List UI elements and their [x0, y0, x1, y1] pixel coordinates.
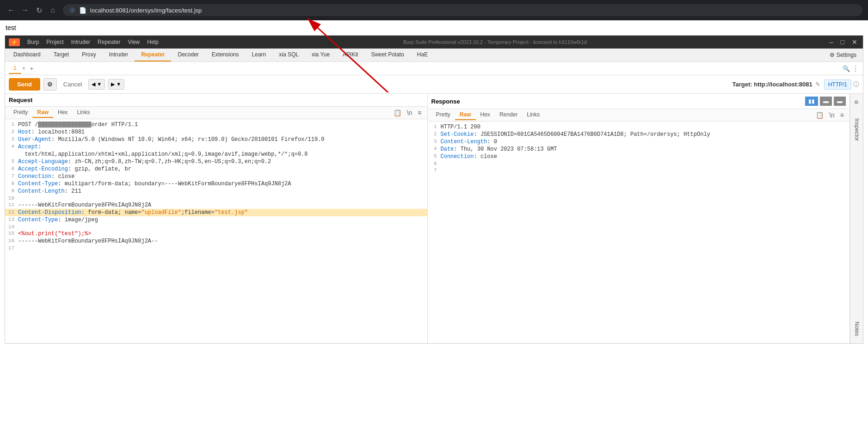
menu-view[interactable]: View: [124, 37, 143, 47]
request-line-7: 7 Connection: close: [5, 173, 427, 180]
burp-window: ⚡ Burp Project Intruder Repeater View He…: [5, 35, 863, 344]
tab-intruder[interactable]: Intruder: [103, 49, 135, 61]
tab-xia-yue[interactable]: xia Yue: [305, 49, 336, 61]
address-bar[interactable]: ☉ 📄 localhost:8081/ordersys/img/faces/te…: [63, 4, 862, 16]
minimize-button[interactable]: –: [828, 38, 835, 46]
response-line-6: 6: [428, 160, 850, 167]
request-line-10: 10: [5, 195, 427, 201]
request-line-8: 8 Content-Type: multipart/form-data; bou…: [5, 180, 427, 188]
response-view-horizontal-btn[interactable]: ▬: [820, 97, 832, 106]
security-icon: ☉: [69, 6, 75, 14]
tab-dashboard[interactable]: Dashboard: [7, 49, 47, 61]
request-line-4b: text/html,application/xhtml+xml,applicat…: [5, 151, 427, 158]
right-sidebar: ⚙ Inspector Notes: [850, 94, 863, 343]
request-view-icons: 📋 \n ≡: [392, 108, 424, 117]
response-tab-hex[interactable]: Hex: [476, 110, 495, 120]
request-tab-pretty[interactable]: Pretty: [9, 108, 32, 118]
tab-learn[interactable]: Learn: [246, 49, 273, 61]
response-code-area[interactable]: 1 HTTP/1.1 200 2 Set-Cookie: JSESSIONID=…: [428, 122, 850, 343]
cancel-button[interactable]: Cancel: [60, 79, 86, 90]
window-controls: – □ ✕: [828, 38, 859, 46]
response-title: Response: [431, 98, 460, 105]
edit-target-icon[interactable]: ✎: [815, 81, 820, 88]
url-display: localhost:8081/ordersys/img/faces/test.j…: [90, 7, 202, 14]
request-line-16: 16 ------WebKitFormBoundarye8FPHsIAq9JN8…: [5, 237, 427, 245]
request-panel: Request Pretty Raw Hex Links 📋 \n ≡ 1: [5, 94, 428, 343]
maximize-button[interactable]: □: [839, 38, 846, 46]
burp-logo: ⚡: [9, 38, 20, 46]
response-sub-tabs: Pretty Raw Hex Render Links 📋 \n ≡: [428, 109, 850, 122]
response-tab-raw[interactable]: Raw: [455, 110, 476, 120]
menu-burp[interactable]: Burp: [24, 37, 43, 47]
send-button[interactable]: Send: [9, 78, 40, 91]
add-tab-button[interactable]: +: [26, 63, 37, 74]
nav-buttons: ← → ↻ ⌂: [6, 5, 58, 16]
response-wrap-icon[interactable]: \n: [827, 110, 837, 120]
response-line-7: 7: [428, 167, 850, 173]
tab-proxy[interactable]: Proxy: [75, 49, 103, 61]
tab-target[interactable]: Target: [47, 49, 75, 61]
tab-hae[interactable]: HaE: [411, 49, 434, 61]
response-menu-icon[interactable]: ≡: [838, 110, 846, 120]
response-view-split-btn[interactable]: ▮▮: [805, 97, 818, 106]
settings-tab[interactable]: ⚙ Settings: [825, 49, 861, 61]
request-line-11: 11 ------WebKitFormBoundarye8FPHsIAq9JN8…: [5, 201, 427, 209]
request-code-area[interactable]: 1 POST /████████████████order HTTP/1.1 2…: [5, 119, 427, 343]
target-display: Target: http://localhost:8081: [733, 81, 813, 88]
reload-button[interactable]: ↻: [33, 5, 44, 16]
request-line-6: 6 Accept-Encoding: gzip, deflate, br: [5, 165, 427, 173]
menu-intruder[interactable]: Intruder: [68, 37, 94, 47]
request-sub-tabs: Pretty Raw Hex Links 📋 \n ≡: [5, 107, 427, 119]
request-line-17: 17: [5, 245, 427, 251]
response-view-controls: ▮▮ ▬ ▬: [805, 97, 846, 106]
response-copy-icon[interactable]: 📋: [814, 110, 825, 120]
response-tab-pretty[interactable]: Pretty: [431, 110, 455, 120]
send-settings-button[interactable]: ⚙: [43, 78, 57, 91]
repeater-tabs: 1 × + 🔍 ⋮: [5, 62, 863, 75]
tab-repeater[interactable]: Repeater: [135, 49, 171, 61]
tab-xia-sql[interactable]: xia SQL: [272, 49, 305, 61]
menu-project[interactable]: Project: [43, 37, 67, 47]
repeater-tab-1[interactable]: 1: [9, 63, 21, 74]
response-panel: Response ▮▮ ▬ ▬ Pretty Raw Hex Render Li…: [428, 94, 850, 343]
tab-apikit[interactable]: APIKit: [336, 49, 364, 61]
inspector-label[interactable]: Inspector: [852, 115, 862, 145]
request-tab-raw[interactable]: Raw: [32, 108, 53, 118]
request-menu-icon[interactable]: ≡: [416, 108, 423, 117]
prev-request-button[interactable]: ◀ ▼: [88, 79, 105, 90]
notes-label[interactable]: Notes: [852, 318, 862, 340]
page-icon: 📄: [79, 7, 86, 14]
menu-repeater[interactable]: Repeater: [94, 37, 124, 47]
request-title: Request: [9, 97, 32, 103]
menu-help[interactable]: Help: [143, 37, 162, 47]
request-line-14: 14: [5, 224, 427, 230]
home-button[interactable]: ⌂: [47, 5, 58, 16]
help-icon[interactable]: ⓘ: [853, 80, 859, 89]
request-line-9: 9 Content-Length: 211: [5, 188, 427, 195]
request-copy-icon[interactable]: 📋: [392, 108, 403, 117]
tab-extensions[interactable]: Extensions: [205, 49, 246, 61]
tab-decoder[interactable]: Decoder: [171, 49, 205, 61]
http-version-display[interactable]: HTTP/1: [824, 79, 851, 90]
forward-button[interactable]: →: [19, 5, 31, 16]
close-button[interactable]: ✕: [850, 38, 859, 46]
request-line-2: 2 Host: localhost:8081: [5, 128, 427, 136]
more-options-icon[interactable]: ⋮: [852, 64, 859, 73]
request-tab-hex[interactable]: Hex: [53, 108, 72, 118]
tab-sweet-potato[interactable]: Sweet Potato: [364, 49, 410, 61]
response-line-2: 2 Set-Cookie: JSESSIONID=601CA5465D6004E…: [428, 131, 850, 138]
response-line-3: 3 Content-Length: 0: [428, 138, 850, 146]
search-icon[interactable]: 🔍: [843, 65, 850, 72]
back-button[interactable]: ←: [6, 5, 17, 16]
request-line-3: 3 User-Agent: Mozilla/5.0 (Windows NT 10…: [5, 136, 427, 143]
request-tab-links[interactable]: Links: [72, 108, 94, 118]
request-wrap-icon[interactable]: \n: [405, 108, 414, 117]
response-view-full-btn[interactable]: ▬: [834, 97, 846, 106]
next-request-button[interactable]: ▶ ▼: [108, 79, 124, 90]
inspector-icon[interactable]: ⚙: [854, 97, 860, 107]
browser-chrome: ← → ↻ ⌂ ☉ 📄 localhost:8081/ordersys/img/…: [0, 0, 868, 20]
response-line-4: 4 Date: Thu, 30 Nov 2023 07:58:13 GMT: [428, 146, 850, 153]
request-line-12: 12 Content-Disposition: form-data; name=…: [5, 209, 427, 216]
response-tab-render[interactable]: Render: [495, 110, 522, 120]
response-tab-links[interactable]: Links: [522, 110, 544, 120]
